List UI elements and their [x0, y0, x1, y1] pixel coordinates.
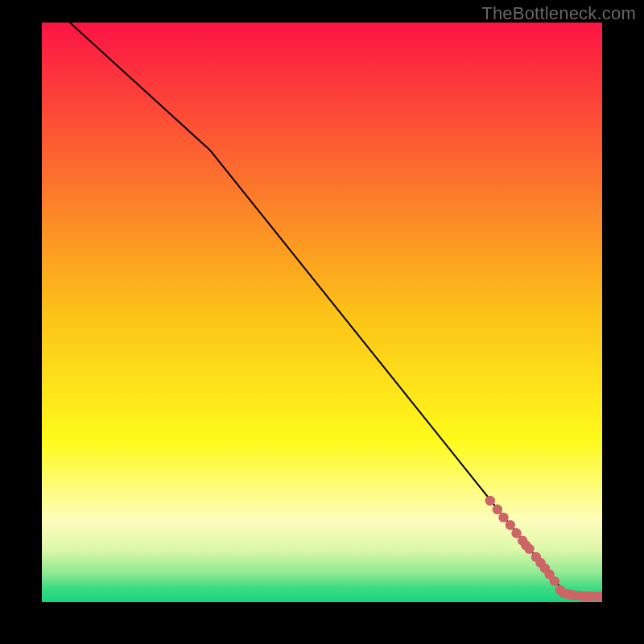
chart-stage: TheBottleneck.com [0, 0, 644, 644]
chart-background [42, 23, 602, 602]
data-point [493, 505, 502, 514]
watermark-label: TheBottleneck.com [481, 3, 636, 24]
data-point [506, 520, 515, 530]
chart-svg [42, 23, 602, 602]
data-point [485, 496, 495, 506]
data-point [524, 544, 534, 554]
data-point [498, 513, 508, 522]
chart-plot [42, 23, 602, 602]
data-point [550, 576, 559, 586]
